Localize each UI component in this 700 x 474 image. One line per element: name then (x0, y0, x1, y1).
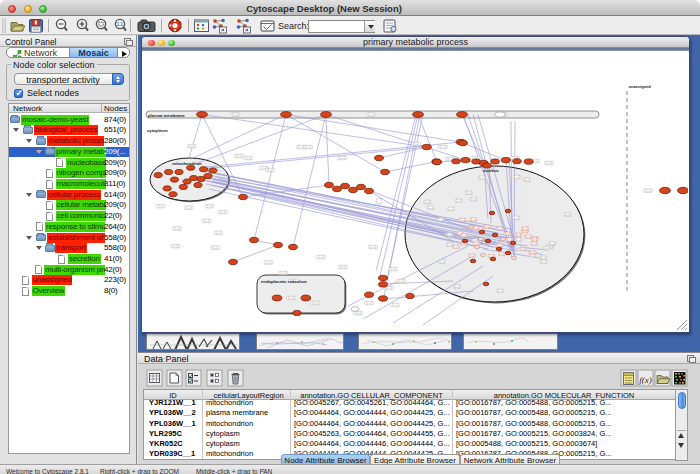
svg-text:[....]: [....] (173, 244, 178, 248)
svg-text:[....]: [....] (546, 161, 551, 165)
svg-text:[....]: [....] (550, 242, 555, 246)
svg-text:[....]: [....] (213, 246, 218, 250)
svg-text:[....]: [....] (474, 226, 479, 230)
svg-text:[....]: [....] (497, 227, 502, 231)
svg-text:[....]: [....] (565, 213, 570, 217)
svg-text:[....]: [....] (398, 279, 403, 283)
svg-text:[....]: [....] (645, 189, 650, 193)
svg-text:[....]: [....] (514, 216, 519, 220)
svg-text:[....]: [....] (455, 285, 460, 289)
svg-text:[....]: [....] (413, 142, 418, 146)
svg-text:[....]: [....] (471, 218, 476, 222)
svg-text:[....]: [....] (245, 156, 250, 160)
svg-text:[....]: [....] (479, 176, 484, 180)
svg-text:[....]: [....] (368, 113, 373, 117)
svg-text:mitochondrion: mitochondrion (172, 161, 202, 166)
svg-text:[....]: [....] (370, 245, 375, 249)
svg-text:[....]: [....] (440, 145, 445, 149)
svg-text:[....]: [....] (532, 242, 537, 246)
svg-text:[....]: [....] (516, 233, 521, 237)
svg-text:[....]: [....] (456, 199, 461, 203)
svg-text:[....]: [....] (355, 311, 360, 315)
svg-text:[....]: [....] (532, 237, 537, 241)
svg-text:[....]: [....] (232, 113, 237, 117)
svg-text:[....]: [....] (514, 175, 519, 179)
svg-text:[....]: [....] (204, 219, 209, 223)
svg-text:[....]: [....] (460, 218, 465, 222)
svg-text:[....]: [....] (498, 289, 503, 293)
svg-text:[....]: [....] (448, 207, 453, 211)
svg-text:[....]: [....] (288, 296, 293, 300)
svg-text:[....]: [....] (216, 231, 221, 235)
svg-text:f(x): f(x) (639, 375, 652, 385)
svg-text:[....]: [....] (439, 260, 444, 264)
svg-text:[....]: [....] (386, 286, 391, 290)
svg-text:[....]: [....] (428, 206, 433, 210)
svg-text:[....]: [....] (471, 197, 476, 201)
svg-text:[....]: [....] (469, 254, 474, 258)
svg-text:[....]: [....] (447, 233, 452, 237)
svg-text:[....]: [....] (453, 245, 458, 249)
svg-text:[....]: [....] (392, 303, 397, 307)
svg-text:[....]: [....] (186, 206, 191, 210)
svg-text:[....]: [....] (158, 204, 163, 208)
svg-text:[....]: [....] (520, 247, 525, 251)
svg-text:[....]: [....] (207, 204, 212, 208)
svg-text:[....]: [....] (340, 265, 345, 269)
svg-text:unassigned: unassigned (629, 84, 652, 89)
svg-text:[....]: [....] (484, 225, 489, 229)
svg-text:[....]: [....] (266, 261, 271, 265)
svg-text:[....]: [....] (530, 251, 535, 255)
svg-text:[....]: [....] (236, 154, 241, 158)
svg-text:[....]: [....] (339, 156, 344, 160)
svg-text:[....]: [....] (280, 271, 285, 275)
svg-text:[....]: [....] (298, 145, 303, 149)
svg-text:[....]: [....] (525, 178, 530, 182)
svg-text:[....]: [....] (499, 252, 504, 256)
svg-text:[....]: [....] (305, 145, 310, 149)
svg-text:cytoplasm: cytoplasm (147, 128, 168, 133)
svg-text:1:1: 1:1 (117, 22, 124, 27)
svg-text:[....]: [....] (318, 255, 323, 259)
svg-text:[....]: [....] (545, 246, 550, 250)
svg-text:[....]: [....] (466, 191, 471, 195)
svg-text:[....]: [....] (461, 234, 466, 238)
svg-text:[....]: [....] (516, 238, 521, 242)
svg-text:[....]: [....] (174, 227, 179, 231)
svg-text:[....]: [....] (390, 267, 395, 271)
svg-text:[....]: [....] (505, 232, 510, 236)
svg-text:nucleus: nucleus (483, 168, 499, 173)
svg-text:[....]: [....] (447, 243, 452, 247)
svg-text:[....]: [....] (438, 218, 443, 222)
svg-text:[....]: [....] (526, 235, 531, 239)
svg-text:[....]: [....] (189, 144, 194, 148)
svg-text:plasma membrane: plasma membrane (148, 113, 185, 118)
svg-text:[....]: [....] (267, 168, 272, 172)
svg-text:[....]: [....] (312, 301, 317, 305)
svg-text:endoplasmic reticulum: endoplasmic reticulum (261, 279, 307, 284)
svg-text:[....]: [....] (220, 210, 225, 214)
svg-text:[....]: [....] (366, 301, 371, 305)
svg-text:[....]: [....] (541, 260, 546, 264)
svg-text:[....]: [....] (523, 227, 528, 231)
svg-text:[....]: [....] (425, 200, 430, 204)
